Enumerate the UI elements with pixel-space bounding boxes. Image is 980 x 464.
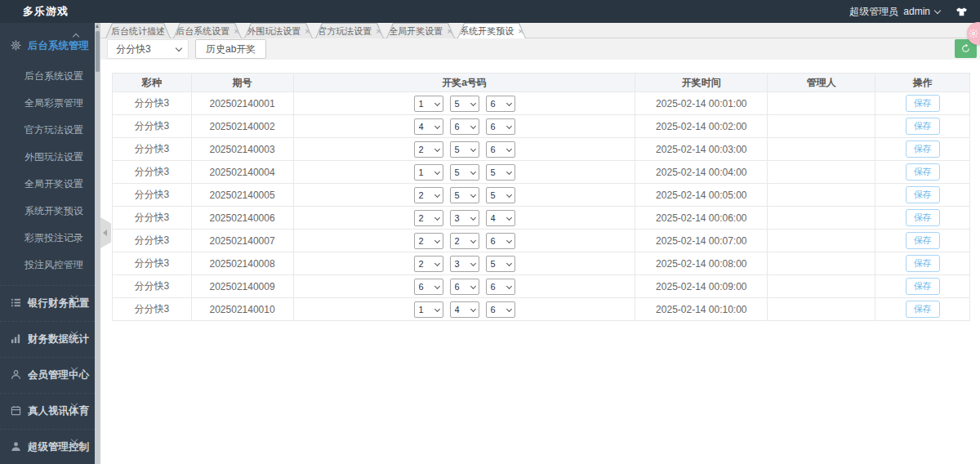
calendar-icon <box>11 405 21 418</box>
number-select-1[interactable]: 2 <box>414 187 443 203</box>
number-select-3[interactable]: 6 <box>486 118 515 135</box>
number-select-2[interactable]: 3 <box>450 256 479 272</box>
sidebar-scrollbar[interactable] <box>95 23 100 464</box>
number-select-3[interactable]: 6 <box>486 301 515 318</box>
number-select-2[interactable]: 5 <box>450 141 479 158</box>
number-select-1[interactable]: 2 <box>414 141 443 158</box>
save-button[interactable]: 保存 <box>906 301 940 318</box>
tab-official-play[interactable]: 官方玩法设置× <box>315 23 384 38</box>
manager-cell <box>768 230 875 252</box>
number-select-3[interactable]: 5 <box>486 164 515 181</box>
sidebar-item-global-lottery[interactable]: 全局彩票管理 <box>0 90 95 117</box>
number-select-3[interactable]: 6 <box>486 96 515 112</box>
number-select-3[interactable]: 6 <box>486 233 515 249</box>
history-ab-draw-button[interactable]: 历史ab开奖 <box>195 39 266 59</box>
number-select-1[interactable]: 2 <box>414 210 443 226</box>
number-select-2[interactable]: 2 <box>450 233 479 249</box>
content-panel: 彩种 期号 开奖a号码 开奖时间 管理人 操作 分分快3 20250214000… <box>100 60 980 464</box>
number-select-1[interactable]: 1 <box>414 96 443 112</box>
number-select-3[interactable]: 5 <box>486 187 515 203</box>
number-select-3[interactable]: 5 <box>486 256 515 272</box>
save-button[interactable]: 保存 <box>906 141 940 158</box>
action-cell: 保存 <box>875 207 970 230</box>
number-select-1[interactable]: 1 <box>414 164 443 181</box>
sidebar-group-label: 银行财务配置 <box>28 297 89 310</box>
sidebar-item-official-play[interactable]: 官方玩法设置 <box>0 117 95 144</box>
scrollbar-up-arrow-icon[interactable] <box>96 25 99 28</box>
number-select-1[interactable]: 2 <box>414 233 443 249</box>
save-button[interactable]: 保存 <box>906 186 940 203</box>
number-select-3[interactable]: 6 <box>486 141 515 158</box>
save-button[interactable]: 保存 <box>906 209 940 226</box>
lottery-cell: 分分快3 <box>113 92 192 115</box>
number-select-2[interactable]: 5 <box>450 96 479 112</box>
sidebar-group-super-admin[interactable]: 超级管理控制 <box>0 429 95 464</box>
lottery-cell: 分分快3 <box>113 138 192 161</box>
number-select-2[interactable]: 3 <box>450 210 479 226</box>
action-cell: 保存 <box>875 252 970 275</box>
number-select-3[interactable]: 4 <box>486 210 515 226</box>
sidebar-item-global-draw[interactable]: 全局开奖设置 <box>0 171 95 198</box>
number-select-1[interactable]: 6 <box>414 279 443 295</box>
issue-cell: 202502140008 <box>191 252 293 275</box>
save-button[interactable]: 保存 <box>906 232 940 249</box>
save-button[interactable]: 保存 <box>906 95 940 112</box>
lottery-type-select[interactable]: 分分快3 <box>107 39 189 59</box>
tab-global-draw[interactable]: 全局开奖设置× <box>386 23 455 38</box>
number-select-1[interactable]: 2 <box>414 256 443 272</box>
numbers-cell: 1 4 6 <box>293 298 635 321</box>
gear-icon <box>11 40 21 53</box>
table-row: 分分快3 202502140001 1 5 6 2025-02-14 00:01… <box>113 92 970 115</box>
sidebar-group-finance-stats[interactable]: 财务数据统计 <box>0 321 95 357</box>
numbers-cell: 1 5 5 <box>293 161 635 184</box>
number-select-1[interactable]: 1 <box>414 301 443 318</box>
tab-system-draw-preset[interactable]: 系统开奖预设× <box>457 23 526 38</box>
tab-peripheral-play[interactable]: 外围玩法设置× <box>244 23 313 38</box>
list-icon <box>11 297 21 310</box>
tab-label: 系统开奖预设 <box>460 25 514 38</box>
bar-chart-icon <box>11 333 21 346</box>
number-select-3[interactable]: 6 <box>486 279 515 295</box>
sidebar-group-bank-finance[interactable]: 银行财务配置 <box>0 285 95 321</box>
save-button[interactable]: 保存 <box>906 255 940 272</box>
time-cell: 2025-02-14 00:07:00 <box>635 230 768 252</box>
scrollbar-thumb[interactable] <box>96 31 100 72</box>
lottery-cell: 分分快3 <box>113 207 192 230</box>
sidebar-item-system-draw-preset[interactable]: 系统开奖预设 <box>0 198 95 225</box>
table-row: 分分快3 202502140003 2 5 6 2025-02-14 00:03… <box>113 138 970 161</box>
save-button[interactable]: 保存 <box>906 278 940 295</box>
number-select-2[interactable]: 6 <box>450 279 479 295</box>
tab-backend-settings[interactable]: 后台系统设置× <box>173 23 242 38</box>
table-row: 分分快3 202502140006 2 3 4 2025-02-14 00:06… <box>113 207 970 230</box>
user-role-label: 超级管理员 <box>849 5 898 19</box>
user-menu[interactable]: 超级管理员 admin <box>849 5 940 19</box>
sidebar-group-label: 后台系统管理 <box>28 39 89 53</box>
save-button[interactable]: 保存 <box>906 118 940 135</box>
sidebar-group-member-center[interactable]: 会员管理中心 <box>0 357 95 393</box>
person-icon <box>11 441 21 454</box>
tab-backend-stats[interactable]: 后台统计描述 <box>105 23 171 38</box>
manager-cell <box>768 275 875 298</box>
issue-cell: 202502140003 <box>191 138 293 161</box>
sidebar-group-live-video-sports[interactable]: 真人视讯体育 <box>0 393 95 429</box>
theme-shirt-icon[interactable] <box>955 6 969 17</box>
action-cell: 保存 <box>875 115 970 138</box>
number-select-2[interactable]: 4 <box>450 301 479 318</box>
sidebar-item-bet-records[interactable]: 彩票投注记录 <box>0 225 95 252</box>
tab-bar: 后台统计描述 后台系统设置× 外围玩法设置× 官方玩法设置× 全局开奖设置× 系… <box>100 23 980 38</box>
number-select-2[interactable]: 5 <box>450 187 479 203</box>
action-cell: 保存 <box>875 275 970 298</box>
save-button[interactable]: 保存 <box>906 163 940 181</box>
number-select-2[interactable]: 5 <box>450 164 479 181</box>
sidebar-item-peripheral-play[interactable]: 外围玩法设置 <box>0 144 95 171</box>
app-title: 多乐游戏 <box>23 4 69 19</box>
number-select-2[interactable]: 6 <box>450 118 479 135</box>
sidebar-item-backend-settings[interactable]: 后台系统设置 <box>0 63 95 90</box>
draw-preset-table: 彩种 期号 开奖a号码 开奖时间 管理人 操作 分分快3 20250214000… <box>112 73 970 321</box>
time-cell: 2025-02-14 00:08:00 <box>635 252 768 275</box>
number-select-1[interactable]: 4 <box>414 118 443 135</box>
manager-cell <box>768 161 875 184</box>
action-cell: 保存 <box>875 184 970 207</box>
sidebar-item-risk-control[interactable]: 投注风控管理 <box>0 252 95 279</box>
sidebar-group-backend-system[interactable]: 后台系统管理 <box>0 23 95 63</box>
